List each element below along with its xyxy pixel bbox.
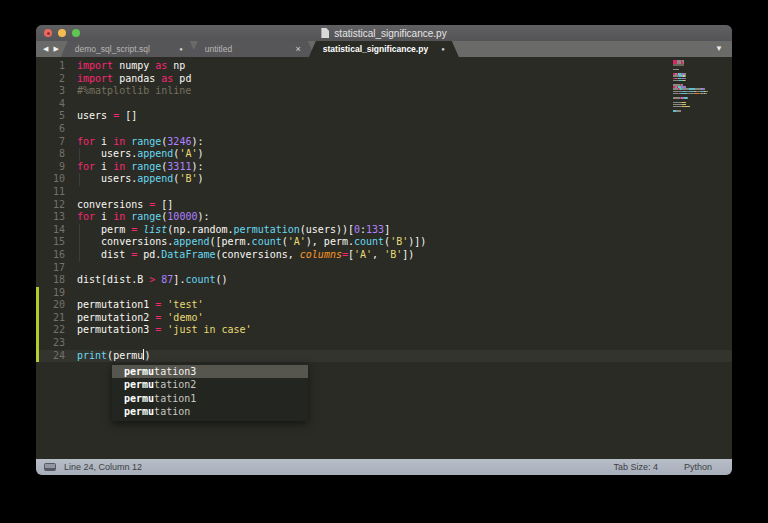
token-kw: for: [77, 211, 95, 222]
code-line[interactable]: 2import pandas as pd: [36, 73, 732, 86]
token-fn: count: [354, 236, 384, 247]
code-line[interactable]: 5users = []: [36, 110, 732, 123]
token-str: 'A': [354, 249, 372, 260]
indent-guide: [79, 173, 80, 186]
minimize-window-button[interactable]: [58, 29, 66, 37]
token-fg: )]): [408, 236, 426, 247]
code-line[interactable]: 3#%matplotlib inline: [36, 85, 732, 98]
monitor-icon[interactable]: [44, 463, 56, 471]
overflow-menu-icon[interactable]: ▼: [715, 41, 723, 57]
modified-dot-icon[interactable]: ●: [441, 46, 445, 52]
code-line[interactable]: 12conversions = []: [36, 199, 732, 212]
token-fg: dist[dist.B: [77, 274, 149, 285]
autocomplete-item[interactable]: permutation2: [112, 378, 308, 391]
tab-label: statistical_significance.py: [323, 44, 428, 54]
indent-guide: [79, 249, 80, 262]
autocomplete-match: permu: [124, 379, 154, 390]
tab-untitled[interactable]: untitled×: [191, 41, 315, 57]
code-text: conversions.append([perm.count('A'), per…: [72, 236, 426, 249]
code-line[interactable]: 19: [36, 287, 732, 300]
code-line[interactable]: 14 perm = list(np.random.permutation(use…: [36, 224, 732, 237]
tab-size-label[interactable]: Tab Size: 4: [613, 462, 658, 472]
minimap-line: [673, 110, 719, 112]
code-text: dist[dist.B > 87].count(): [72, 274, 228, 287]
tab-label: demo_sql_script.sql: [75, 44, 150, 54]
token-fg: ([perm.: [209, 236, 251, 247]
line-number: 10: [36, 173, 72, 186]
token-str: 'B': [384, 249, 402, 260]
token-str: 'just in case': [167, 324, 251, 335]
code-text: permutation3 = 'just in case': [72, 324, 252, 337]
token-kw: import: [77, 73, 113, 84]
token-fg: permutation3: [77, 324, 155, 335]
line-number: 23: [36, 337, 72, 350]
code-line[interactable]: 20permutation1 = 'test': [36, 299, 732, 312]
code-text: dist = pd.DataFrame(conversions, columns…: [72, 249, 414, 262]
tab-statistical-significance-py[interactable]: statistical_significance.py●: [309, 41, 459, 57]
token-fg: conversions.: [77, 236, 173, 247]
code-text: perm = list(np.random.permutation(users)…: [72, 224, 390, 237]
token-fg: (users))[: [300, 224, 354, 235]
status-bar: Line 24, Column 12 Tab Size: 4 Python: [36, 459, 732, 475]
token-fn: range: [131, 161, 161, 172]
code-line[interactable]: 13for i in range(10000):: [36, 211, 732, 224]
code-line[interactable]: 9for i in range(3311):: [36, 161, 732, 174]
token-fg: dist: [77, 249, 131, 260]
code-line[interactable]: 1import numpy as np: [36, 60, 732, 73]
code-line[interactable]: 23: [36, 337, 732, 350]
token-fg: np: [167, 60, 185, 71]
code-line[interactable]: 6: [36, 123, 732, 136]
editor[interactable]: 1import numpy as np2import pandas as pd3…: [36, 57, 732, 459]
token-fn: count: [252, 236, 282, 247]
minimap[interactable]: [673, 60, 719, 113]
minimap-token: [685, 80, 686, 82]
code-text: [72, 337, 77, 350]
autocomplete-item[interactable]: permutation3: [112, 365, 308, 378]
tab-demo-sql-script-sql[interactable]: demo_sql_script.sql●: [61, 41, 197, 57]
code-line[interactable]: 11: [36, 186, 732, 199]
code-line[interactable]: 18dist[dist.B > 87].count(): [36, 274, 732, 287]
token-fg: permutation1: [77, 299, 155, 310]
token-fg: users: [77, 110, 113, 121]
token-fg: ), perm.: [306, 236, 354, 247]
code-text: conversions = []: [72, 199, 173, 212]
nav-forward-icon[interactable]: ▶: [53, 41, 58, 57]
code-line[interactable]: 8 users.append('A'): [36, 148, 732, 161]
code-line[interactable]: 17: [36, 262, 732, 275]
code-line[interactable]: 10 users.append('B'): [36, 173, 732, 186]
code-line[interactable]: 21permutation2 = 'demo': [36, 312, 732, 325]
code-line[interactable]: 16 dist = pd.DataFrame(conversions, colu…: [36, 249, 732, 262]
syntax-label[interactable]: Python: [684, 462, 712, 472]
autocomplete-match: permu: [124, 406, 154, 417]
nav-back-icon[interactable]: ◀: [43, 41, 48, 57]
close-tab-icon[interactable]: ×: [296, 44, 301, 54]
token-fn: print: [77, 350, 107, 361]
token-fg: users.: [77, 148, 137, 159]
code-area[interactable]: 1import numpy as np2import pandas as pd3…: [36, 57, 732, 362]
code-text: for i in range(10000):: [72, 211, 210, 224]
line-number: 24: [36, 350, 72, 363]
modified-dot-icon[interactable]: ●: [179, 46, 183, 52]
token-num: 87: [161, 274, 173, 285]
indent-guide: [79, 148, 80, 161]
autocomplete-item[interactable]: permutation1: [112, 392, 308, 405]
close-window-button[interactable]: [44, 29, 52, 37]
line-number: 8: [36, 148, 72, 161]
token-fg: []: [155, 199, 173, 210]
code-line[interactable]: 7for i in range(3246):: [36, 136, 732, 149]
code-line[interactable]: 15 conversions.append([perm.count('A'), …: [36, 236, 732, 249]
minimap-token: [673, 106, 681, 108]
line-number: 17: [36, 262, 72, 275]
token-fg: ): [197, 173, 203, 184]
title-area: statistical_significance.py: [36, 25, 732, 41]
autocomplete-popup: permutation3permutation2permutation1perm…: [112, 363, 308, 421]
code-line[interactable]: 4: [36, 98, 732, 111]
token-kw: for: [77, 161, 95, 172]
autocomplete-item[interactable]: permutation: [112, 405, 308, 418]
line-number: 1: [36, 60, 72, 73]
line-number: 19: [36, 287, 72, 300]
code-line[interactable]: 24print(permu): [36, 350, 732, 363]
tab-label: untitled: [205, 44, 232, 54]
zoom-window-button[interactable]: [72, 29, 80, 37]
code-line[interactable]: 22permutation3 = 'just in case': [36, 324, 732, 337]
